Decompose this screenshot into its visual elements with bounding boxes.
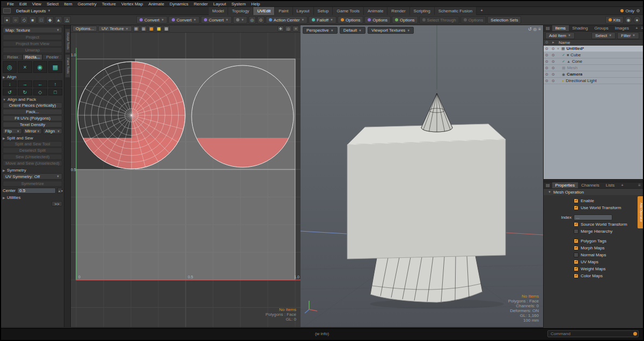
menu-vertex-map[interactable]: Vertex Map — [119, 2, 145, 6]
polygon-tags-checkbox[interactable] — [574, 239, 579, 243]
add-layout-tab-button[interactable]: + — [477, 7, 487, 15]
viewport-canvas[interactable] — [301, 25, 543, 327]
viewport-menu-icon[interactable]: ≡ — [538, 27, 541, 32]
tab-properties[interactable]: Properties — [552, 182, 578, 188]
tab-topology[interactable]: Topology — [228, 7, 253, 15]
split-sew-section-header[interactable]: ▶Split and Sew — [3, 136, 62, 140]
menu-animate[interactable]: Animate — [146, 2, 167, 6]
menu-system[interactable]: System — [229, 2, 248, 6]
fit-icon[interactable]: ◇ — [33, 88, 47, 95]
eye-icon[interactable]: ⊙ — [544, 66, 550, 70]
eye-icon[interactable]: ⊙ — [550, 72, 557, 77]
rotate-cw-icon[interactable]: ↻ — [18, 88, 32, 95]
align-down-icon[interactable]: ↓ — [3, 80, 17, 87]
menu-layout[interactable]: Layout — [210, 2, 229, 6]
item-row-scene[interactable]: ⊙⊙ ▼▦Untitled* — [544, 46, 643, 52]
pack-button[interactable]: Pack... — [3, 109, 62, 115]
enable-checkbox[interactable] — [574, 198, 579, 203]
tab-game-tools[interactable]: Game Tools — [333, 7, 364, 15]
eye-icon[interactable]: ⊙ — [550, 53, 557, 57]
uv-maps-checkbox[interactable] — [574, 260, 579, 264]
only-toggle[interactable]: Only — [626, 9, 634, 13]
gear-icon[interactable] — [636, 9, 640, 12]
symmetry-section-header[interactable]: ▶Symmetry — [3, 168, 62, 173]
rotate-ccw-icon[interactable]: ↺ — [3, 88, 17, 95]
uv-checker-icon[interactable]: ▩ — [141, 26, 147, 32]
box-project-icon[interactable]: ▦ — [48, 61, 62, 73]
spinner-icon[interactable]: ▲▼ — [57, 188, 62, 194]
align-section-header[interactable]: ▶Align — [3, 75, 62, 79]
prop-row-polygon-tags[interactable]: Polygon Tags — [544, 238, 643, 244]
stack-icon[interactable]: □ — [48, 88, 62, 95]
item-row-camera[interactable]: ⊙⊙ ◉Camera — [544, 71, 643, 78]
falloff-button[interactable]: Falloff▼ — [309, 16, 336, 24]
uv-show-image-icon[interactable] — [148, 26, 155, 32]
default-layouts-dropdown[interactable]: Default Layouts▼ — [13, 8, 54, 14]
options-button-1[interactable]: Options — [338, 16, 364, 24]
eye-icon[interactable]: ⊙ — [544, 60, 550, 64]
align-pack-section-header[interactable]: ▼Align and Pack — [3, 97, 62, 102]
weight-maps-checkbox[interactable] — [574, 266, 579, 271]
menu-view[interactable]: View — [30, 2, 44, 6]
tab-images[interactable]: Images — [612, 25, 632, 31]
tab-paint[interactable]: Paint — [275, 7, 292, 15]
split-sew-tool-button[interactable]: Split and Sew Tool — [3, 141, 62, 147]
sphere-project-icon[interactable]: ◉ — [33, 61, 47, 73]
utilities-section-header[interactable]: ▶Utilities — [3, 195, 62, 200]
relax-tool-icon[interactable]: ◎ — [3, 61, 17, 73]
paint-tools-vtab[interactable]: Paint Tools — [65, 54, 70, 77]
options-button-2[interactable]: Options — [364, 16, 391, 24]
uv-canvas[interactable]: 1.0 0.5 0 0.5 1.0 — [71, 33, 301, 327]
tab-animate[interactable]: Animate — [364, 7, 387, 15]
tab-setup[interactable]: Setup — [314, 7, 333, 15]
uv-grid-icon[interactable]: ▦ — [133, 26, 140, 32]
item-row-mesh[interactable]: ⊙⊙ ▦Mesh — [544, 65, 643, 71]
mode-dropdown[interactable]: ▼ — [233, 16, 247, 24]
texel-density-button[interactable]: Texel Density — [3, 122, 62, 128]
select-auto-icon[interactable]: ● — [3, 16, 11, 24]
uv-symmetry-dropdown[interactable]: UV Symmetry: Off▼ — [3, 173, 62, 180]
viewport-textures-dropdown[interactable]: Viewport Textures▼ — [368, 27, 414, 34]
pedestal-mesh[interactable] — [370, 256, 482, 302]
action-center-button[interactable]: Action Center▼ — [266, 16, 308, 24]
eye-icon[interactable]: ⊙ — [544, 72, 550, 77]
tab-uvedit[interactable]: UVEdit — [253, 7, 275, 15]
shading-dropdown[interactable]: Default▼ — [340, 27, 365, 34]
source-world-transform-checkbox[interactable] — [574, 222, 579, 227]
prop-row-uv-maps[interactable]: UV Maps — [544, 258, 643, 265]
add-item-button[interactable]: Add Item▼ — [545, 32, 575, 39]
eye-icon[interactable]: ⊙ — [544, 79, 550, 83]
symmetrize-button[interactable]: Symmetrize — [3, 181, 62, 187]
more-tools-button[interactable]: >> — [52, 201, 62, 206]
use-world-transform-checkbox[interactable] — [574, 205, 579, 210]
align-left-icon[interactable]: ← — [33, 80, 47, 87]
select-item-icon[interactable]: □ — [38, 16, 45, 24]
orient-pieces-button[interactable]: Orient Pieces (Vertically) — [3, 102, 62, 108]
center-value-field[interactable]: 0.5 — [17, 188, 56, 194]
cube-mesh[interactable] — [347, 124, 506, 259]
tab-peeler[interactable]: Peeler — [42, 54, 62, 60]
select-dropdown[interactable]: Select▼ — [591, 32, 616, 39]
convert-edge-button[interactable]: Convert▼ — [169, 16, 200, 24]
eye-icon[interactable]: ⊙ — [550, 79, 557, 83]
item-row-cone[interactable]: ⊙⊙ ✓▲Cone — [544, 58, 643, 65]
options-button-3[interactable]: Options — [392, 16, 418, 24]
menu-file[interactable]: File — [4, 2, 17, 6]
uv-settings-icon[interactable]: ≡ — [292, 26, 299, 32]
prop-row-color-maps[interactable]: Color Maps — [544, 272, 643, 279]
prop-row-enable[interactable]: Enable — [544, 197, 643, 204]
eye-icon[interactable]: ⊙ — [550, 60, 557, 64]
prop-row-use-world-transform[interactable]: Use World Transform — [544, 204, 643, 211]
select-lasso-icon[interactable]: ▲ — [55, 16, 62, 24]
menu-item[interactable]: Item — [61, 2, 75, 6]
move-sew-unselected-button[interactable]: Move and Sew (Unselected) — [3, 160, 62, 166]
add-tab-button[interactable]: + — [632, 25, 641, 31]
select-polygon-icon[interactable]: ■ — [29, 16, 36, 24]
fit-uvs-button[interactable]: Fit UVs (Polygons) — [3, 115, 62, 121]
select-paint-icon[interactable]: △ — [63, 16, 71, 24]
menu-edit[interactable]: Edit — [17, 2, 30, 6]
gear-icon[interactable]: ● — [633, 16, 641, 24]
tab-relax[interactable]: Relax — [3, 54, 23, 60]
select-material-icon[interactable]: ◆ — [46, 16, 54, 24]
eye-icon[interactable]: ⊙ — [550, 66, 557, 70]
